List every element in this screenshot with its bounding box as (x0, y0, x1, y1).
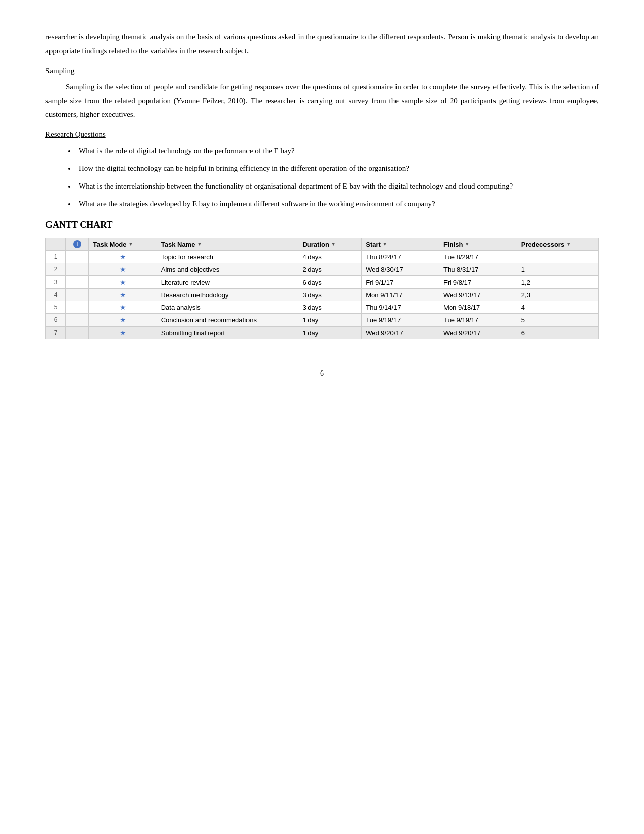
row-info-cell (66, 276, 89, 289)
task-mode-sort-arrow: ▼ (129, 242, 133, 247)
task-name-cell: Conclusion and recommedations (157, 314, 298, 327)
duration-cell: 6 days (298, 276, 362, 289)
row-info-cell (66, 251, 89, 263)
col-task-name-header[interactable]: Task Name ▼ (157, 238, 298, 251)
predecessors-cell: 2,3 (517, 289, 598, 301)
task-mode-icon: ★ (120, 253, 126, 261)
list-item: What is the interrelationship between th… (76, 179, 599, 193)
finish-cell: Tue 9/19/17 (439, 314, 517, 327)
finish-sort-arrow: ▼ (465, 242, 469, 247)
predecessors-sort-arrow: ▼ (566, 242, 571, 247)
start-cell: Mon 9/11/17 (362, 289, 439, 301)
task-mode-cell: ★ (89, 289, 157, 301)
start-sort-arrow: ▼ (383, 242, 387, 247)
row-info-cell (66, 263, 89, 276)
task-name-cell: Research methodology (157, 289, 298, 301)
list-item: How the digital technology can be helpfu… (76, 162, 599, 175)
finish-cell: Tue 8/29/17 (439, 251, 517, 263)
col-rownum-header (46, 238, 66, 251)
task-name-cell: Topic for research (157, 251, 298, 263)
predecessors-cell: 1,2 (517, 276, 598, 289)
predecessors-cell: 4 (517, 301, 598, 314)
task-mode-cell: ★ (89, 251, 157, 263)
intro-paragraph-1: researcher is developing thematic analys… (45, 30, 599, 58)
row-info-cell (66, 301, 89, 314)
info-icon: i (73, 240, 81, 248)
duration-cell: 3 days (298, 289, 362, 301)
research-questions-list: What is the role of digital technology o… (76, 144, 599, 211)
table-row: 2★Aims and objectives2 daysWed 8/30/17Th… (46, 263, 599, 276)
row-number-cell: 6 (46, 314, 66, 327)
task-mode-cell: ★ (89, 276, 157, 289)
task-mode-cell: ★ (89, 263, 157, 276)
duration-cell: 4 days (298, 251, 362, 263)
duration-cell: 3 days (298, 301, 362, 314)
table-row: 6★Conclusion and recommedations1 dayTue … (46, 314, 599, 327)
task-name-sort-arrow: ▼ (197, 242, 202, 247)
task-name-cell: Literature review (157, 276, 298, 289)
start-cell: Wed 9/20/17 (362, 327, 439, 339)
col-duration-header[interactable]: Duration ▼ (298, 238, 362, 251)
task-name-cell: Submitting final report (157, 327, 298, 339)
task-mode-icon: ★ (120, 303, 126, 311)
duration-cell: 2 days (298, 263, 362, 276)
row-number-cell: 2 (46, 263, 66, 276)
table-row: 1★Topic for research4 daysThu 8/24/17Tue… (46, 251, 599, 263)
predecessors-cell: 1 (517, 263, 598, 276)
table-row: 3★Literature review6 daysFri 9/1/17Fri 9… (46, 276, 599, 289)
gantt-table: i Task Mode ▼ Task Name ▼ Duration ▼ (45, 238, 599, 339)
row-info-cell (66, 314, 89, 327)
predecessors-cell: 5 (517, 314, 598, 327)
row-info-cell (66, 289, 89, 301)
predecessors-cell (517, 251, 598, 263)
col-finish-header[interactable]: Finish ▼ (439, 238, 517, 251)
duration-cell: 1 day (298, 314, 362, 327)
list-item: What is the role of digital technology o… (76, 144, 599, 158)
task-mode-icon: ★ (120, 278, 126, 286)
research-questions-heading: Research Questions (45, 130, 599, 139)
start-cell: Fri 9/1/17 (362, 276, 439, 289)
start-cell: Wed 8/30/17 (362, 263, 439, 276)
finish-cell: Wed 9/13/17 (439, 289, 517, 301)
page-number: 6 (320, 369, 324, 377)
start-cell: Thu 9/14/17 (362, 301, 439, 314)
row-number-cell: 3 (46, 276, 66, 289)
finish-cell: Thu 8/31/17 (439, 263, 517, 276)
finish-cell: Mon 9/18/17 (439, 301, 517, 314)
col-start-header[interactable]: Start ▼ (362, 238, 439, 251)
list-item: What are the strategies developed by E b… (76, 197, 599, 211)
row-number-cell: 4 (46, 289, 66, 301)
task-mode-cell: ★ (89, 327, 157, 339)
finish-cell: Wed 9/20/17 (439, 327, 517, 339)
task-mode-icon: ★ (120, 291, 126, 299)
duration-sort-arrow: ▼ (331, 242, 336, 247)
task-name-cell: Aims and objectives (157, 263, 298, 276)
sampling-heading: Sampling (45, 67, 599, 75)
row-number-cell: 7 (46, 327, 66, 339)
task-mode-cell: ★ (89, 314, 157, 327)
table-row: 4★Research methodology3 daysMon 9/11/17W… (46, 289, 599, 301)
row-info-cell (66, 327, 89, 339)
table-row: 7★Submitting final report1 dayWed 9/20/1… (46, 327, 599, 339)
start-cell: Tue 9/19/17 (362, 314, 439, 327)
page-footer: 6 (45, 369, 599, 378)
predecessors-cell: 6 (517, 327, 598, 339)
task-name-cell: Data analysis (157, 301, 298, 314)
col-task-mode-header[interactable]: Task Mode ▼ (89, 238, 157, 251)
task-mode-cell: ★ (89, 301, 157, 314)
gantt-chart-title: GANTT CHART (45, 220, 599, 230)
col-info-header: i (66, 238, 89, 251)
task-mode-icon: ★ (120, 316, 126, 324)
row-number-cell: 1 (46, 251, 66, 263)
duration-cell: 1 day (298, 327, 362, 339)
col-predecessors-header[interactable]: Predecessors ▼ (517, 238, 598, 251)
start-cell: Thu 8/24/17 (362, 251, 439, 263)
sampling-paragraph: Sampling is the selection of people and … (45, 80, 599, 121)
finish-cell: Fri 9/8/17 (439, 276, 517, 289)
task-mode-icon: ★ (120, 265, 126, 273)
row-number-cell: 5 (46, 301, 66, 314)
table-row: 5★Data analysis3 daysThu 9/14/17Mon 9/18… (46, 301, 599, 314)
task-mode-icon: ★ (120, 329, 126, 337)
